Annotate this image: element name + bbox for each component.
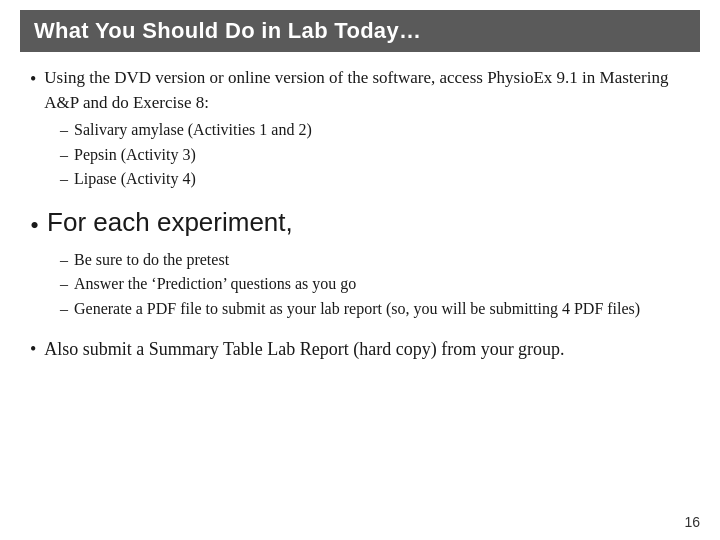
sub-text-2-1: Be sure to do the pretest bbox=[74, 249, 690, 271]
bullet-item-2: • For each experiment, bbox=[30, 206, 690, 244]
sub-text-1-2: Pepsin (Activity 3) bbox=[74, 144, 690, 166]
slide-title: What You Should Do in Lab Today… bbox=[20, 10, 700, 52]
sub-item-1-3: – Lipase (Activity 4) bbox=[60, 168, 690, 190]
section-block-2: • For each experiment, – Be sure to do t… bbox=[30, 206, 690, 324]
sub-dash-1-1: – bbox=[60, 119, 68, 141]
sub-item-1-2: – Pepsin (Activity 3) bbox=[60, 144, 690, 166]
bullet-item-1: • Using the DVD version or online versio… bbox=[30, 66, 690, 115]
slide-container: What You Should Do in Lab Today… • Using… bbox=[0, 0, 720, 540]
sub-text-2-2: Answer the ‘Prediction’ questions as you… bbox=[74, 273, 690, 295]
bullet-dot-2: • bbox=[30, 208, 39, 244]
sub-dash-2-3: – bbox=[60, 298, 68, 320]
sub-text-1-3: Lipase (Activity 4) bbox=[74, 168, 690, 190]
bullet-dot-1: • bbox=[30, 67, 36, 92]
sub-dash-1-2: – bbox=[60, 144, 68, 166]
sub-list-2: – Be sure to do the pretest – Answer the… bbox=[60, 249, 690, 320]
sub-list-1: – Salivary amylase (Activities 1 and 2) … bbox=[60, 119, 690, 190]
slide-content: • Using the DVD version or online versio… bbox=[20, 66, 700, 520]
sub-dash-2-1: – bbox=[60, 249, 68, 271]
section-block-1: • Using the DVD version or online versio… bbox=[30, 66, 690, 194]
sub-dash-1-3: – bbox=[60, 168, 68, 190]
sub-item-2-3: – Generate a PDF file to submit as your … bbox=[60, 298, 690, 320]
bullet-text-2: For each experiment, bbox=[47, 206, 690, 240]
sub-text-2-3: Generate a PDF file to submit as your la… bbox=[74, 298, 690, 320]
bullet-text-1: Using the DVD version or online version … bbox=[44, 66, 690, 115]
sub-dash-2-2: – bbox=[60, 273, 68, 295]
sub-text-1-1: Salivary amylase (Activities 1 and 2) bbox=[74, 119, 690, 141]
sub-item-2-2: – Answer the ‘Prediction’ questions as y… bbox=[60, 273, 690, 295]
section-block-3: • Also submit a Summary Table Lab Report… bbox=[30, 336, 690, 366]
bullet-item-3: • Also submit a Summary Table Lab Report… bbox=[30, 336, 690, 362]
sub-item-1-1: – Salivary amylase (Activities 1 and 2) bbox=[60, 119, 690, 141]
sub-item-2-1: – Be sure to do the pretest bbox=[60, 249, 690, 271]
page-number: 16 bbox=[684, 514, 700, 530]
bullet-text-3: Also submit a Summary Table Lab Report (… bbox=[44, 336, 690, 362]
bullet-dot-3: • bbox=[30, 337, 36, 362]
